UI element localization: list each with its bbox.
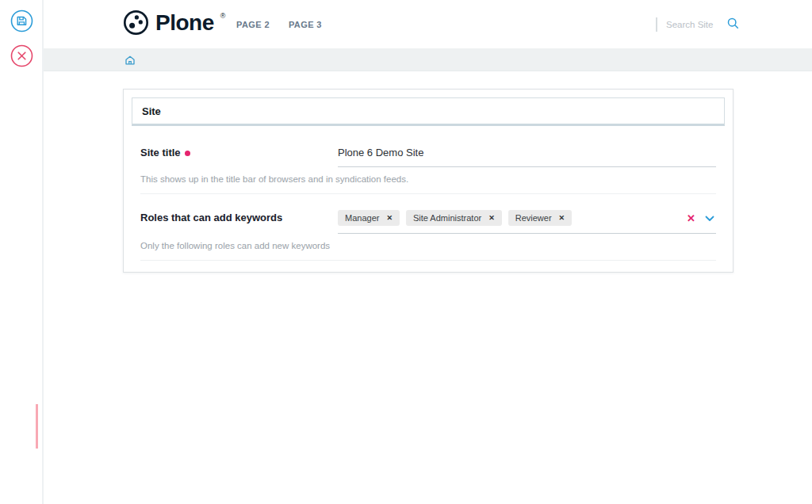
nav-item-page-2[interactable]: PAGE 2: [236, 20, 270, 29]
roles-label: Roles that can add keywords: [140, 210, 338, 223]
search-icon: [727, 17, 739, 32]
dropdown-toggle-button[interactable]: [705, 212, 714, 224]
tag-label: Site Administrator: [413, 213, 481, 223]
main-navigation: PAGE 2 PAGE 3: [236, 0, 322, 48]
site-header: Plone ® PAGE 2 PAGE 3: [44, 0, 812, 48]
tag-label: Manager: [345, 213, 379, 223]
close-icon: [10, 58, 33, 70]
save-icon: [10, 23, 33, 35]
field-site-title: Site title This shows up in the title ba…: [140, 145, 716, 194]
close-button[interactable]: [10, 44, 33, 67]
site-search: [656, 0, 739, 48]
form-fields: Site title This shows up in the title ba…: [124, 145, 733, 261]
toolbar-scroll-indicator: [36, 404, 38, 449]
roles-label-text: Roles that can add keywords: [140, 212, 282, 223]
search-divider: [656, 17, 657, 32]
select-controls: ✕: [687, 212, 716, 224]
selected-tag-manager: Manager ✕: [338, 210, 400, 226]
site-settings-card: Site Site title This shows up in the tit…: [123, 89, 733, 273]
breadcrumb: [44, 48, 812, 71]
site-title-input[interactable]: [338, 147, 716, 158]
site-title-label-text: Site title: [140, 147, 181, 158]
plone-logo-icon: [123, 10, 149, 39]
search-input[interactable]: [666, 20, 715, 29]
registered-mark: ®: [220, 12, 226, 20]
selected-tag-site-administrator: Site Administrator ✕: [406, 210, 502, 226]
fieldset-legend-label: Site: [142, 105, 161, 117]
save-button[interactable]: [10, 10, 33, 32]
logo-text: Plone: [155, 10, 214, 36]
nav-item-page-3[interactable]: PAGE 3: [289, 20, 322, 29]
site-title-label: Site title: [140, 145, 338, 158]
fieldset-legend: Site: [132, 97, 725, 126]
breadcrumb-home-link[interactable]: [124, 55, 136, 68]
tag-remove-icon[interactable]: ✕: [386, 215, 393, 222]
home-icon: [124, 55, 136, 68]
tag-label: Reviewer: [515, 213, 552, 223]
roles-multiselect[interactable]: Manager ✕ Site Administrator ✕ Reviewer …: [338, 210, 716, 234]
tag-remove-icon[interactable]: ✕: [488, 215, 495, 222]
chevron-down-icon: [705, 212, 714, 224]
site-title-control: [338, 145, 716, 167]
edit-toolbar: [0, 0, 44, 504]
roles-help: Only the following roles can add new key…: [140, 234, 716, 261]
selected-tag-reviewer: Reviewer ✕: [508, 210, 572, 226]
field-roles-add-keywords: Roles that can add keywords Manager ✕ Si…: [140, 210, 716, 261]
plone-control-panel-screen: Plone ® PAGE 2 PAGE 3: [0, 0, 812, 504]
required-dot: [185, 151, 190, 156]
tag-remove-icon[interactable]: ✕: [559, 215, 565, 222]
plone-logo[interactable]: Plone ®: [123, 10, 225, 39]
site-title-help: This shows up in the title bar of browse…: [140, 167, 716, 194]
search-submit-button[interactable]: [727, 17, 739, 32]
clear-selection-icon[interactable]: ✕: [687, 213, 695, 223]
